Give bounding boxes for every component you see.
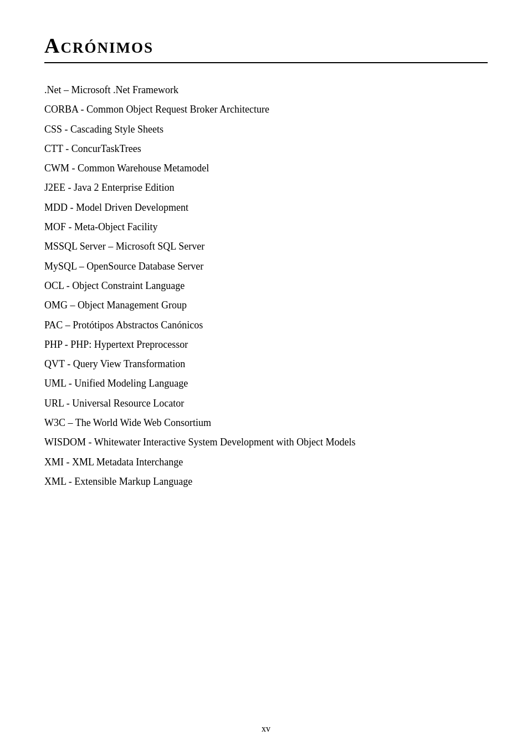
acronym-item: CTT - ConcurTaskTrees: [44, 140, 488, 158]
acronym-item: QVT - Query View Transformation: [44, 355, 488, 373]
acronym-item: W3C – The World Wide Web Consortium: [44, 414, 488, 432]
acronym-item: .Net – Microsoft .Net Framework: [44, 81, 488, 99]
acronym-item: CORBA - Common Object Request Broker Arc…: [44, 100, 488, 119]
acronym-item: J2EE - Java 2 Enterprise Edition: [44, 179, 488, 197]
page-footer: xv: [0, 724, 532, 734]
acronym-item: PAC – Protótipos Abstractos Canónicos: [44, 316, 488, 334]
acronym-item: MSSQL Server – Microsoft SQL Server: [44, 237, 488, 256]
acronym-item: PHP - PHP: Hypertext Preprocessor: [44, 336, 488, 354]
page-title: Acrónimos: [44, 33, 488, 63]
acronym-item: MOF - Meta-Object Facility: [44, 218, 488, 236]
acronym-item: XMI - XML Metadata Interchange: [44, 453, 488, 471]
acronym-item: MDD - Model Driven Development: [44, 199, 488, 217]
acronym-item: CSS - Cascading Style Sheets: [44, 120, 488, 139]
acronym-item: WISDOM - Whitewater Interactive System D…: [44, 433, 488, 451]
acronym-item: OMG – Object Management Group: [44, 296, 488, 314]
acronym-item: MySQL – OpenSource Database Server: [44, 257, 488, 276]
acronym-item: OCL - Object Constraint Language: [44, 277, 488, 295]
acronym-item: UML - Unified Modeling Language: [44, 374, 488, 393]
acronyms-list: .Net – Microsoft .Net FrameworkCORBA - C…: [44, 81, 488, 491]
acronym-item: XML - Extensible Markup Language: [44, 473, 488, 491]
acronym-item: CWM - Common Warehouse Metamodel: [44, 159, 488, 177]
acronym-item: URL - Universal Resource Locator: [44, 394, 488, 413]
